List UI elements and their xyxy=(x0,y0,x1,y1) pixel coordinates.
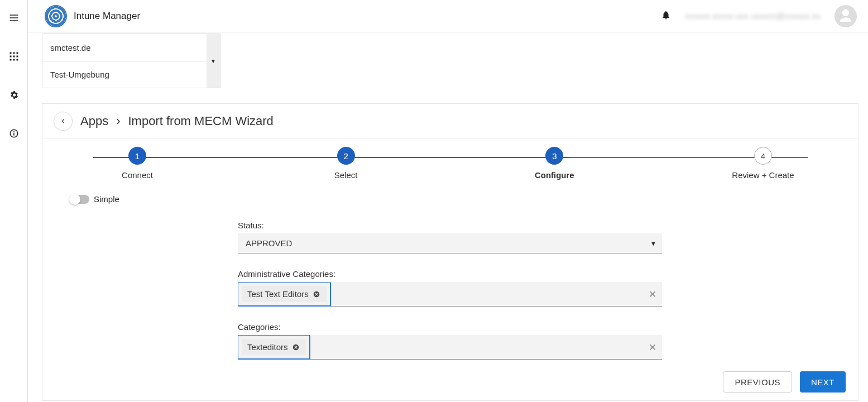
step-label: Select xyxy=(334,170,358,180)
status-value: APPROVED xyxy=(246,238,292,248)
svg-rect-6 xyxy=(9,59,11,61)
simple-toggle[interactable] xyxy=(70,195,89,204)
svg-rect-5 xyxy=(16,56,18,58)
wizard-stepper: 1 Connect 2 Select 3 Configure 4 Review … xyxy=(93,147,808,192)
next-button[interactable]: NEXT xyxy=(800,371,846,393)
svg-rect-11 xyxy=(13,131,15,132)
step-number: 2 xyxy=(337,147,355,165)
chip-label: Test Text Editors xyxy=(247,289,309,299)
svg-rect-0 xyxy=(9,52,11,54)
close-icon[interactable] xyxy=(291,343,300,352)
tenant-line-1[interactable]: smctest.de xyxy=(42,34,220,61)
caret-down-icon[interactable]: ▼ xyxy=(207,34,220,88)
svg-rect-10 xyxy=(13,133,15,136)
svg-rect-8 xyxy=(16,59,18,61)
svg-rect-1 xyxy=(13,52,15,54)
back-button[interactable] xyxy=(54,112,73,131)
step-number: 1 xyxy=(128,147,146,165)
left-nav-rail xyxy=(0,0,28,402)
step-select[interactable]: 2 Select xyxy=(301,147,391,180)
tenant-line-2[interactable]: Test-Umgebung xyxy=(42,61,220,88)
step-connect[interactable]: 1 Connect xyxy=(93,147,182,180)
breadcrumb-current: Import from MECM Wizard xyxy=(128,114,273,128)
app-logo-icon xyxy=(45,5,67,27)
step-label: Configure xyxy=(535,170,574,180)
hamburger-icon[interactable] xyxy=(7,11,21,25)
step-label: Review + Create xyxy=(732,170,794,180)
close-icon[interactable] xyxy=(312,290,321,299)
previous-button[interactable]: PREVIOUS xyxy=(723,371,792,393)
wizard-card: Apps › Import from MECM Wizard 1 Connect… xyxy=(42,103,859,401)
step-label: Connect xyxy=(122,170,153,180)
clear-icon[interactable]: ✕ xyxy=(649,342,656,353)
chevron-right-icon: › xyxy=(116,114,120,128)
admin-categories-label: Administrative Categories: xyxy=(238,269,662,279)
svg-rect-4 xyxy=(13,56,15,58)
bell-icon[interactable] xyxy=(661,10,671,22)
svg-rect-3 xyxy=(9,56,11,58)
apps-grid-icon[interactable] xyxy=(7,50,21,63)
chip-category[interactable]: Texteditors xyxy=(242,339,306,355)
caret-down-icon: ▼ xyxy=(650,240,656,247)
top-bar: Intune Manager xxxxxx xxxxx-xxx xxxxxx@x… xyxy=(28,0,868,32)
admin-categories-input[interactable]: Test Text Editors xyxy=(238,282,662,307)
user-display: xxxxxx xxxxx-xxx xxxxxx@xxxxxx.xx xyxy=(685,12,821,21)
categories-input[interactable]: Texteditors xyxy=(238,335,662,360)
svg-rect-2 xyxy=(16,52,18,54)
gear-icon[interactable] xyxy=(7,88,21,102)
svg-rect-7 xyxy=(13,59,15,61)
step-review-create[interactable]: 4 Review + Create xyxy=(718,147,808,180)
app-title: Intune Manager xyxy=(74,11,140,22)
step-number: 4 xyxy=(754,147,772,165)
chip-admin-category[interactable]: Test Text Editors xyxy=(242,286,327,302)
avatar[interactable] xyxy=(835,5,857,27)
breadcrumb-root[interactable]: Apps xyxy=(80,114,108,128)
info-icon[interactable] xyxy=(7,127,21,140)
status-label: Status: xyxy=(238,221,662,230)
step-number: 3 xyxy=(545,147,563,165)
tenant-selector[interactable]: smctest.de Test-Umgebung ▼ xyxy=(42,34,220,88)
simple-toggle-label: Simple xyxy=(94,194,119,204)
status-select[interactable]: APPROVED ▼ xyxy=(238,233,662,253)
step-configure[interactable]: 3 Configure xyxy=(510,147,599,180)
chip-label: Texteditors xyxy=(247,342,288,352)
categories-label: Categories: xyxy=(238,322,662,332)
clear-icon[interactable]: ✕ xyxy=(649,289,656,300)
